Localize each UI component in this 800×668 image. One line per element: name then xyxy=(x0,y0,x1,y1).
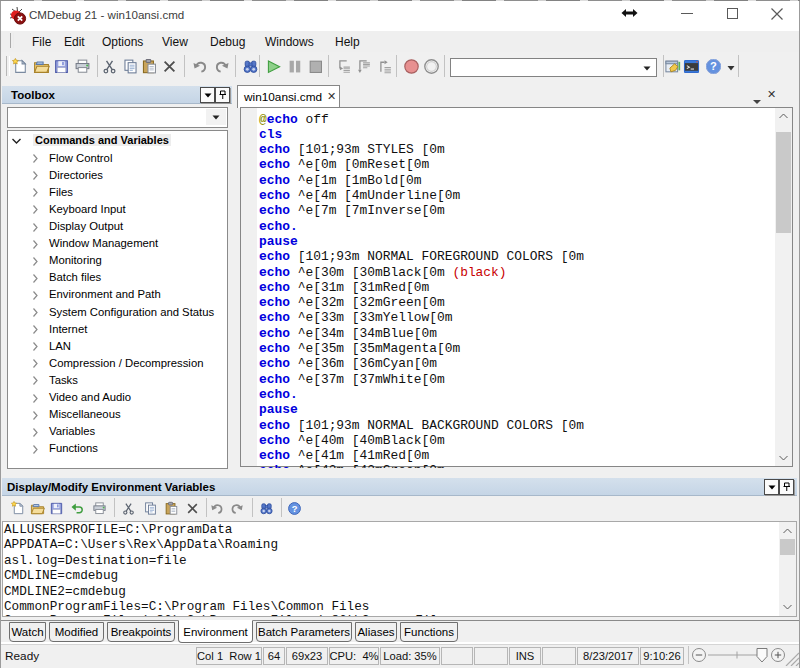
svg-text:?: ? xyxy=(291,503,297,513)
svg-text:?: ? xyxy=(710,60,717,72)
